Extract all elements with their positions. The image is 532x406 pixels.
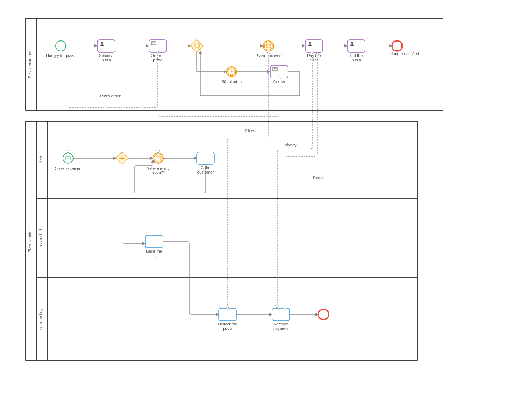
event-pizza-received[interactable] [263,41,274,51]
lane-chef-title: pizza chef [39,229,43,247]
pool-customer[interactable] [26,18,443,110]
svg-text:Bake thepizza: Bake thepizza [146,249,162,258]
start-event-hungry[interactable] [56,41,66,51]
flow [122,164,145,243]
parallel-gateway[interactable] [116,152,128,164]
pool-customer-title: Pizza customer [28,50,32,78]
end-event-vendor[interactable] [318,309,329,320]
label-pizza-order: Pizza order [100,94,121,98]
label-pizza: Pizza [245,129,256,133]
msgflow-pizza-order [68,52,158,153]
svg-point-14 [351,42,353,44]
flow [197,52,226,72]
task-deliver-pizza[interactable] [219,308,236,321]
task-calm-customer[interactable] [197,152,214,164]
label-hunger-satisfied: Hunger satisfied [390,51,419,56]
label-60-minutes: 60 minutes [222,79,242,84]
event-where-pizza[interactable] [153,153,163,163]
svg-text:"where is mypizza?": "where is mypizza?" [147,166,170,175]
svg-text:Eat thepizza: Eat thepizza [350,53,363,62]
svg-rect-6 [190,40,203,52]
svg-point-12 [309,42,311,44]
flow [163,242,219,314]
end-event-hunger-satisfied[interactable] [392,41,402,51]
lane-delivery-title: delivery boy [39,308,43,330]
pool-vendor-title: Pizza vendor [28,229,32,253]
task-receive-payment[interactable] [272,308,290,321]
svg-text:Deliver thepizza: Deliver thepizza [218,322,238,331]
svg-point-2 [101,42,103,44]
envelope-icon [273,67,277,71]
task-bake-pizza[interactable] [145,235,163,248]
label-select-2: pizza [101,58,111,62]
label-order-received: Order received [55,166,82,171]
svg-text:Pay thepizza: Pay thepizza [307,53,321,62]
event-60-minutes[interactable] [226,67,237,77]
label-hungry: Hungry for pizza [46,53,76,58]
msgflow-money [277,52,312,308]
msgflow-receipt [285,52,317,308]
lane-clerk-title: clerk [39,156,43,164]
svg-text:Select apizza: Select apizza [99,53,114,62]
label-money: Money [284,143,297,147]
flow-loop [134,160,206,193]
label-receipt: Receipt [313,175,326,180]
msgflow-pizza [228,51,268,308]
svg-text:Receivepayment: Receivepayment [273,322,289,331]
msgflow-ask-where [158,78,279,153]
envelope-icon [151,42,156,45]
event-gateway[interactable] [190,40,203,52]
start-event-order-received[interactable] [63,153,73,163]
label-select-1: Select a [99,53,114,58]
